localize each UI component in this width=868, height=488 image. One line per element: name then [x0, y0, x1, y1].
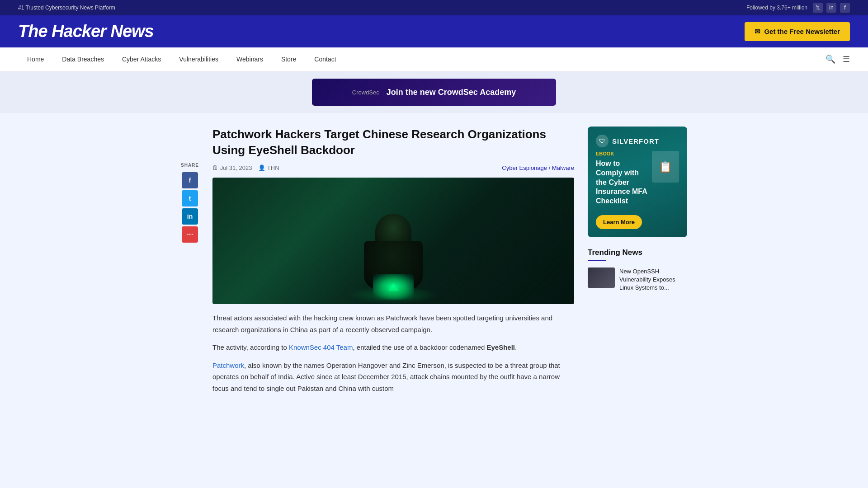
search-icon[interactable]: 🔍	[826, 54, 835, 64]
ad-tag: EBOOK	[596, 151, 648, 156]
site-title[interactable]: The Hacker News	[18, 22, 154, 41]
knownsec-link[interactable]: KnownSec 404 Team	[289, 343, 353, 351]
followers-text: Followed by 3.76+ million	[746, 5, 807, 11]
article-title: Patchwork Hackers Target Chinese Researc…	[212, 127, 574, 158]
nav-data-breaches[interactable]: Data Breaches	[53, 47, 113, 71]
para2-prefix: The activity, according to	[212, 343, 289, 351]
nav-vulnerabilities[interactable]: Vulnerabilities	[170, 47, 227, 71]
banner-text: Join the new CrowdSec Academy	[387, 88, 516, 97]
nav-webinars[interactable]: Webinars	[227, 47, 272, 71]
banner-brand: CrowdSec	[352, 89, 379, 96]
article: Patchwork Hackers Target Chinese Researc…	[212, 127, 574, 400]
eyeshell-bold: EyeShell	[487, 343, 515, 351]
ad-learn-more-button[interactable]: Learn More	[596, 215, 642, 229]
tagline: #1 Trusted Cybersecurity News Platform	[18, 5, 115, 11]
header: The Hacker News ✉ Get the Free Newslette…	[0, 15, 868, 47]
trending-thumb-1	[588, 267, 615, 288]
nav: Home Data Breaches Cyber Attacks Vulnera…	[0, 47, 868, 71]
article-author: THN	[258, 164, 279, 171]
newsletter-button[interactable]: ✉ Get the Free Newsletter	[745, 22, 850, 41]
banner-area: CrowdSec Join the new CrowdSec Academy	[0, 71, 868, 113]
nav-icons: 🔍 ☰	[826, 54, 850, 64]
ad-brand: 🛡 SILVERFORT	[596, 135, 679, 147]
trending-item-1[interactable]: New OpenSSH Vulnerability Exposes Linux …	[588, 267, 687, 292]
menu-icon[interactable]: ☰	[843, 54, 850, 64]
para3-suffix: , also known by the names Operation Hang…	[212, 361, 560, 392]
main-content: SHARE f t in ⋯ Patchwork Hackers Target …	[172, 113, 696, 414]
silverfort-icon: 🛡	[596, 135, 609, 147]
ad-brand-name: SILVERFORT	[612, 137, 659, 145]
nav-cyber-attacks[interactable]: Cyber Attacks	[113, 47, 170, 71]
share-facebook-button[interactable]: f	[182, 172, 198, 188]
share-other-button[interactable]: ⋯	[182, 226, 198, 243]
nav-store[interactable]: Store	[272, 47, 305, 71]
sidebar-right: 🛡 SILVERFORT EBOOK How to Comply with th…	[588, 127, 687, 400]
share-label: SHARE	[181, 163, 199, 168]
trending-title: Trending News	[588, 248, 687, 257]
ad-checklist-icon: 📋	[652, 151, 679, 183]
trending-text-1: New OpenSSH Vulnerability Exposes Linux …	[619, 267, 687, 292]
article-para-2: The activity, according to KnownSec 404 …	[212, 342, 574, 353]
ad-headline: How to Comply with the Cyber Insurance M…	[596, 159, 648, 206]
floor-glow	[348, 286, 439, 304]
newsletter-label: Get the Free Newsletter	[764, 28, 840, 35]
linkedin-icon[interactable]: in	[826, 3, 836, 13]
twitter-icon[interactable]: 𝕏	[813, 3, 823, 13]
share-sidebar: SHARE f t in ⋯	[181, 127, 199, 400]
share-twitter-button[interactable]: t	[182, 190, 198, 206]
ad-content: EBOOK How to Comply with the Cyber Insur…	[596, 151, 679, 211]
nav-contact[interactable]: Contact	[305, 47, 345, 71]
article-body: Threat actors associated with the hackin…	[212, 312, 574, 394]
top-bar: #1 Trusted Cybersecurity News Platform F…	[0, 0, 868, 15]
share-linkedin-button[interactable]: in	[182, 208, 198, 225]
trending-section: Trending News New OpenSSH Vulnerability …	[588, 248, 687, 292]
ad-text: EBOOK How to Comply with the Cyber Insur…	[596, 151, 648, 211]
meta-left: Jul 31, 2023 THN	[212, 164, 279, 171]
trending-divider	[588, 260, 606, 261]
facebook-icon[interactable]: f	[840, 3, 850, 13]
ad-banner[interactable]: CrowdSec Join the new CrowdSec Academy	[312, 79, 556, 106]
envelope-icon: ✉	[755, 28, 760, 36]
nav-home[interactable]: Home	[18, 47, 53, 71]
article-tags[interactable]: Cyber Espionage / Malware	[502, 164, 574, 171]
nav-links: Home Data Breaches Cyber Attacks Vulnera…	[18, 47, 826, 71]
article-para-1: Threat actors associated with the hackin…	[212, 312, 574, 335]
article-para-3: Patchwork, also known by the names Opera…	[212, 360, 574, 394]
para2-suffix: , entailed the use of a backdoor codenam…	[353, 343, 486, 351]
article-date: Jul 31, 2023	[212, 164, 252, 171]
article-image	[212, 178, 574, 304]
ad-box[interactable]: 🛡 SILVERFORT EBOOK How to Comply with th…	[588, 127, 687, 237]
social-icons: 𝕏 in f	[813, 3, 850, 13]
para2-end: .	[515, 343, 517, 351]
top-bar-right: Followed by 3.76+ million 𝕏 in f	[746, 3, 850, 13]
article-meta: Jul 31, 2023 THN Cyber Espionage / Malwa…	[212, 164, 574, 171]
patchwork-link[interactable]: Patchwork	[212, 361, 244, 369]
